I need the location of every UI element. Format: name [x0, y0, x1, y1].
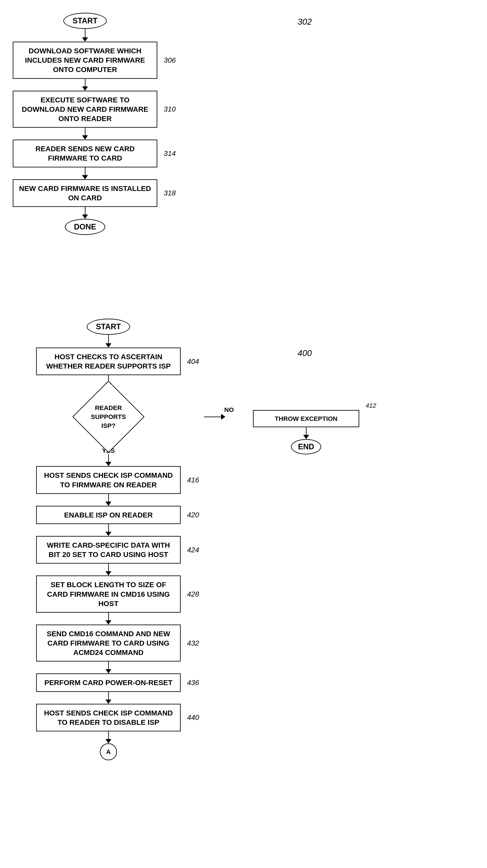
v1: [85, 79, 85, 87]
ah12: [106, 620, 111, 625]
section1: START DOWNLOAD SOFTWARE WHICH INCLUDES N…: [13, 13, 157, 235]
v9: [108, 524, 109, 532]
rect-310: EXECUTE SOFTWARE TO DOWNLOAD NEW CARD FI…: [13, 91, 157, 128]
diamond-408: READER SUPPORTS ISP? NO: [70, 387, 147, 446]
start-oval-1: START: [63, 13, 107, 29]
rect-432: SEND CMD16 COMMAND AND NEW CARD FIRMWARE…: [36, 625, 181, 662]
note-310: 310: [164, 105, 176, 113]
v11: [108, 613, 109, 620]
done-oval: DONE: [65, 219, 105, 235]
ah10: [106, 532, 111, 536]
diagram-container: 302 START DOWNLOAD SOFTWARE WHICH INCLUD…: [0, 0, 487, 868]
no-label: NO: [224, 406, 234, 413]
row-424: WRITE CARD-SPECIFIC DATA WITH BIT 20 SET…: [36, 536, 181, 564]
rect-404: HOST CHECKS TO ASCERTAIN WHETHER READER …: [36, 347, 181, 375]
ah11: [106, 571, 111, 576]
v14: [108, 732, 109, 739]
row-420: ENABLE ISP ON READER 420: [36, 506, 181, 524]
section2: START HOST CHECKS TO ASCERTAIN WHETHER R…: [13, 319, 204, 760]
diamond-label-408: READER SUPPORTS ISP?: [87, 403, 130, 430]
row-432: SEND CMD16 COMMAND AND NEW CARD FIRMWARE…: [36, 625, 181, 662]
v2: [85, 128, 85, 135]
v-throw: [306, 427, 307, 435]
row-318: NEW CARD FIRMWARE IS INSTALLED ON CARD 3…: [13, 179, 157, 207]
diamond-section: 408 READER SUPPORTS ISP? NO YES 412 THRO…: [13, 387, 204, 454]
no-branch: [204, 414, 225, 420]
row-404: HOST CHECKS TO ASCERTAIN WHETHER READER …: [36, 347, 181, 375]
rect-424: WRITE CARD-SPECIFIC DATA WITH BIT 20 SET…: [36, 536, 181, 564]
ah2: [82, 87, 88, 91]
note-436: 436: [187, 679, 199, 687]
note-400: 400: [297, 348, 312, 358]
note-424: 424: [187, 546, 199, 554]
v3: [85, 167, 85, 175]
row-440: HOST SENDS CHECK ISP COMMAND TO READER T…: [36, 704, 181, 732]
arrow-line-1: [85, 29, 85, 37]
ah9: [106, 501, 111, 506]
ah13: [106, 669, 111, 674]
ah5: [82, 215, 88, 219]
arrowhead-1: [82, 37, 88, 42]
note-302: 302: [297, 17, 312, 27]
ah6: [106, 343, 111, 347]
ah15: [106, 739, 111, 743]
v12: [108, 661, 109, 669]
v5: [108, 335, 109, 343]
rect-428: SET BLOCK LENGTH TO SIZE OF CARD FIRMWAR…: [36, 576, 181, 613]
row-310: EXECUTE SOFTWARE TO DOWNLOAD NEW CARD FI…: [13, 91, 157, 128]
rect-436: PERFORM CARD POWER-ON-RESET: [36, 674, 181, 692]
no-hline: [204, 416, 221, 417]
ah8: [106, 462, 111, 466]
note-314: 314: [164, 149, 176, 158]
no-arrow: [221, 414, 225, 420]
v8: [108, 494, 109, 501]
rect-314: READER SENDS NEW CARD FIRMWARE TO CARD: [13, 140, 157, 167]
v4: [85, 207, 85, 215]
ah14: [106, 700, 111, 704]
note-428: 428: [187, 590, 199, 598]
ah3: [82, 135, 88, 140]
rect-440: HOST SENDS CHECK ISP COMMAND TO READER T…: [36, 704, 181, 732]
row-416: HOST SENDS CHECK ISP COMMAND TO FIRMWARE…: [36, 466, 181, 494]
note-306: 306: [164, 56, 176, 64]
note-416: 416: [187, 476, 199, 484]
row-314: READER SENDS NEW CARD FIRMWARE TO CARD 3…: [13, 140, 157, 167]
rect-306: DOWNLOAD SOFTWARE WHICH INCLUDES NEW CAR…: [13, 42, 157, 79]
note-440: 440: [187, 713, 199, 722]
end-oval: END: [291, 439, 321, 455]
note-404: 404: [187, 357, 199, 366]
note-420: 420: [187, 511, 199, 519]
throw-exception-branch: 412 THROW EXCEPTION END: [253, 402, 359, 455]
rect-420: ENABLE ISP ON READER: [36, 506, 181, 524]
v13: [108, 692, 109, 700]
terminal-a: A: [100, 743, 117, 760]
note-412: 412: [366, 402, 376, 409]
ah-throw: [303, 435, 309, 439]
v10: [108, 564, 109, 571]
note-432: 432: [187, 639, 199, 647]
rect-416: HOST SENDS CHECK ISP COMMAND TO FIRMWARE…: [36, 466, 181, 494]
row-436: PERFORM CARD POWER-ON-RESET 436: [36, 674, 181, 692]
rect-318: NEW CARD FIRMWARE IS INSTALLED ON CARD: [13, 179, 157, 207]
start-oval-2: START: [87, 319, 130, 335]
row-306: DOWNLOAD SOFTWARE WHICH INCLUDES NEW CAR…: [13, 42, 157, 79]
row-428: SET BLOCK LENGTH TO SIZE OF CARD FIRMWAR…: [36, 576, 181, 613]
v7: [108, 454, 109, 462]
ah4: [82, 175, 88, 179]
rect-412: THROW EXCEPTION: [253, 410, 359, 427]
note-318: 318: [164, 189, 176, 197]
